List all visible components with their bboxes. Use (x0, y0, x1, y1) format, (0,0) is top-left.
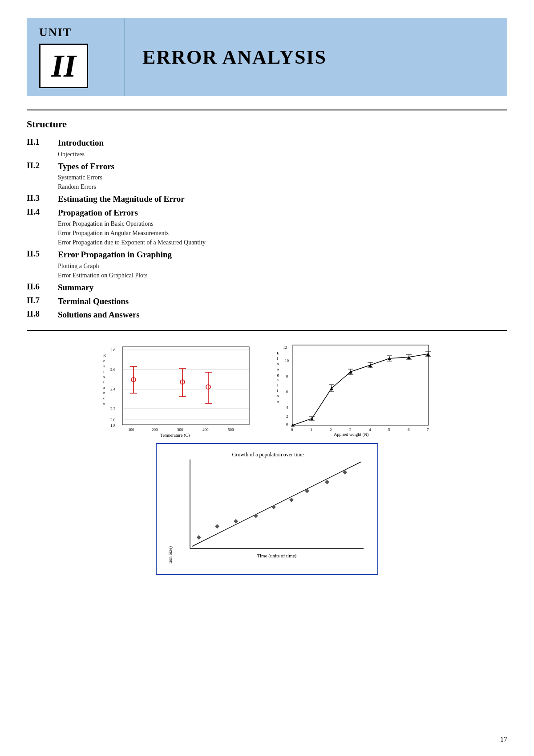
svg-text:c: c (103, 396, 105, 400)
toc-content: Error Propagation in GraphingPlotting a … (58, 248, 507, 281)
toc-table: II.1IntroductionObjectivesII.2Types of E… (27, 136, 507, 322)
toc-content: Propagation of ErrorsError Propagation i… (58, 206, 507, 248)
toc-row: II.2Types of ErrorsSystematic Errors Ran… (27, 160, 507, 193)
svg-rect-105 (234, 519, 238, 524)
svg-text:3: 3 (349, 427, 352, 432)
svg-text:Log(Population Size): Log(Population Size) (168, 546, 173, 564)
svg-text:o: o (277, 394, 279, 398)
svg-text:Growth of a population over ti: Growth of a population over time (232, 451, 304, 458)
svg-text:Applied weight (N): Applied weight (N) (334, 432, 368, 437)
toc-content: Terminal Questions (58, 295, 507, 309)
toc-row: II.7Terminal Questions (27, 295, 507, 309)
toc-main-label: Types of Errors (58, 161, 507, 173)
svg-text:1: 1 (310, 427, 312, 432)
svg-text:n: n (277, 367, 279, 371)
toc-main-label: Summary (58, 282, 507, 294)
unit-title: ERROR ANALYSIS (142, 46, 327, 69)
svg-text:i: i (103, 369, 105, 374)
svg-marker-84 (349, 370, 352, 374)
toc-content: IntroductionObjectives (58, 136, 507, 160)
svg-text:n: n (277, 399, 279, 403)
toc-main-label: Introduction (58, 137, 507, 149)
svg-text:i: i (277, 388, 278, 393)
chart-population: Growth of a population over time Log(Pop… (156, 443, 378, 575)
svg-text:0: 0 (291, 427, 293, 432)
svg-text:t: t (103, 380, 105, 384)
svg-text:2.4: 2.4 (110, 387, 116, 391)
svg-text:4: 4 (286, 405, 288, 410)
svg-text:e: e (103, 358, 105, 363)
toc-row: II.6Summary (27, 281, 507, 295)
svg-text:6: 6 (286, 390, 288, 394)
svg-text:e: e (103, 401, 105, 406)
svg-rect-16 (122, 347, 249, 425)
svg-rect-103 (197, 535, 201, 540)
toc-row: II.3Estimating the Magnitude of Error (27, 192, 507, 206)
svg-rect-108 (289, 498, 294, 502)
svg-text:t: t (277, 383, 278, 387)
toc-number: II.4 (27, 206, 58, 248)
svg-text:g: g (277, 372, 279, 377)
toc-row: II.4Propagation of ErrorsError Propagati… (27, 206, 507, 248)
toc-number: II.2 (27, 160, 58, 193)
unit-roman-box: II (39, 44, 88, 88)
toc-sub-items: Objectives (58, 150, 507, 159)
toc-main-label: Error Propagation in Graphing (58, 249, 507, 261)
svg-text:a: a (277, 378, 279, 382)
svg-text:500: 500 (228, 427, 234, 432)
svg-text:a: a (103, 385, 105, 390)
toc-row: II.8Solutions and Answers (27, 308, 507, 322)
toc-content: Types of ErrorsSystematic Errors Random … (58, 160, 507, 193)
svg-text:100: 100 (128, 427, 134, 432)
svg-text:1.8: 1.8 (110, 423, 116, 428)
toc-main-label: Solutions and Answers (58, 309, 507, 321)
top-divider (27, 110, 507, 110)
toc-number: II.7 (27, 295, 58, 309)
elongation-chart-svg: E l o n g a t i o n 12 10 8 6 4 2 0 (271, 339, 436, 437)
svg-text:o: o (277, 362, 279, 366)
toc-content: Estimating the Magnitude of Error (58, 192, 507, 206)
bottom-divider (27, 330, 507, 331)
chart-resistance: R e s i s t a n c e 2.8 2.6 2.4 2.2 2.0 … (98, 339, 258, 439)
unit-right-panel: ERROR ANALYSIS (125, 18, 507, 96)
toc-number: II.5 (27, 248, 58, 281)
svg-text:5: 5 (388, 427, 390, 432)
svg-text:8: 8 (286, 374, 288, 378)
charts-area: R e s i s t a n c e 2.8 2.6 2.4 2.2 2.0 … (27, 339, 507, 575)
svg-text:n: n (103, 390, 105, 395)
page-number: 17 (500, 736, 507, 744)
toc-row: II.5Error Propagation in GraphingPlottin… (27, 248, 507, 281)
svg-text:6: 6 (408, 427, 410, 432)
svg-text:Temperature (C): Temperature (C) (160, 433, 190, 437)
toc-content: Summary (58, 281, 507, 295)
svg-text:12: 12 (283, 345, 287, 350)
toc-number: II.6 (27, 281, 58, 295)
svg-text:2.8: 2.8 (110, 348, 116, 352)
toc-sub-items: Systematic Errors Random Errors (58, 173, 507, 191)
toc-row: II.1IntroductionObjectives (27, 136, 507, 160)
structure-heading: Structure (27, 118, 507, 130)
svg-text:400: 400 (202, 427, 209, 432)
svg-text:2.2: 2.2 (110, 406, 115, 411)
svg-text:0: 0 (286, 422, 288, 427)
toc-main-label: Terminal Questions (58, 296, 507, 308)
svg-text:Time (units of time): Time (units of time) (257, 553, 297, 559)
svg-rect-110 (325, 480, 329, 484)
svg-text:2.0: 2.0 (110, 418, 116, 422)
svg-text:E: E (277, 351, 279, 355)
svg-text:R: R (103, 353, 106, 358)
svg-text:7: 7 (427, 427, 429, 432)
toc-main-label: Propagation of Errors (58, 207, 507, 219)
svg-text:2: 2 (286, 414, 288, 419)
svg-text:s: s (103, 364, 105, 368)
charts-row-top: R e s i s t a n c e 2.8 2.6 2.4 2.2 2.0 … (27, 339, 507, 439)
unit-left-panel: UNIT II (27, 18, 125, 96)
chart-elongation: E l o n g a t i o n 12 10 8 6 4 2 0 (271, 339, 436, 439)
svg-text:l: l (277, 356, 278, 361)
svg-text:2: 2 (330, 427, 332, 432)
svg-text:10: 10 (285, 358, 289, 363)
svg-text:4: 4 (369, 427, 371, 432)
toc-number: II.1 (27, 136, 58, 160)
svg-text:300: 300 (177, 427, 183, 432)
unit-roman-numeral: II (51, 50, 76, 82)
